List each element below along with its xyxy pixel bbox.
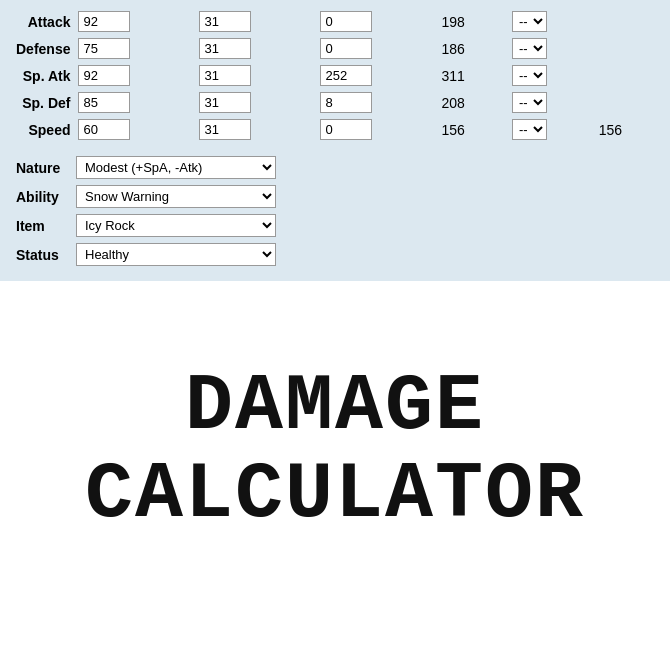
stat-iv-input[interactable] [199, 119, 251, 140]
ability-select[interactable]: Snow Warning [76, 185, 276, 208]
stat-row-spatk: Sp. Atk 311 -- [12, 62, 658, 89]
item-select[interactable]: Icy Rock [76, 214, 276, 237]
stat-row-attack: Attack 198 -- [12, 8, 658, 35]
attributes-table: Nature Modest (+SpA, -Atk) Ability Snow … [12, 153, 280, 269]
status-row: Status Healthy [12, 240, 280, 269]
stat-modifier-select[interactable]: -- [512, 119, 547, 140]
stat-total: 311 [437, 62, 508, 89]
stat-ev-input[interactable] [320, 65, 372, 86]
stats-section: Attack 198 -- Defense [0, 0, 670, 281]
stat-total: 198 [437, 8, 508, 35]
stat-label: Sp. Atk [12, 62, 74, 89]
stat-base-input[interactable] [78, 92, 130, 113]
stat-iv-input[interactable] [199, 38, 251, 59]
stat-ev-input[interactable] [320, 119, 372, 140]
status-select[interactable]: Healthy [76, 243, 276, 266]
item-row: Item Icy Rock [12, 211, 280, 240]
damage-calculator-title: DAMAGE CALCULATOR [85, 363, 585, 539]
stat-row-spdef: Sp. Def 208 -- [12, 89, 658, 116]
stat-modifier-select[interactable]: -- [512, 92, 547, 113]
stat-total: 186 [437, 35, 508, 62]
nature-select[interactable]: Modest (+SpA, -Atk) [76, 156, 276, 179]
stat-label: Defense [12, 35, 74, 62]
stat-label: Sp. Def [12, 89, 74, 116]
nature-row: Nature Modest (+SpA, -Atk) [12, 153, 280, 182]
item-label: Item [12, 211, 72, 240]
stat-base-input[interactable] [78, 119, 130, 140]
status-label: Status [12, 240, 72, 269]
stat-label: Speed [12, 116, 74, 143]
nature-label: Nature [12, 153, 72, 182]
stat-modifier-select[interactable]: -- [512, 11, 547, 32]
stat-ev-input[interactable] [320, 38, 372, 59]
stat-ev-input[interactable] [320, 92, 372, 113]
stat-iv-input[interactable] [199, 65, 251, 86]
stat-row-defense: Defense 186 -- [12, 35, 658, 62]
stat-modifier-select[interactable]: -- [512, 38, 547, 59]
title-section: DAMAGE CALCULATOR [0, 281, 670, 621]
stat-base-input[interactable] [78, 11, 130, 32]
stats-table: Attack 198 -- Defense [12, 8, 658, 143]
stat-iv-input[interactable] [199, 11, 251, 32]
stat-modifier-select[interactable]: -- [512, 65, 547, 86]
stat-label: Attack [12, 8, 74, 35]
stat-final: 156 [595, 116, 658, 143]
stat-base-input[interactable] [78, 65, 130, 86]
stat-base-input[interactable] [78, 38, 130, 59]
stat-iv-input[interactable] [199, 92, 251, 113]
stat-ev-input[interactable] [320, 11, 372, 32]
stat-total: 156 [437, 116, 508, 143]
stat-row-speed: Speed 156 -- 156 [12, 116, 658, 143]
stat-total: 208 [437, 89, 508, 116]
ability-label: Ability [12, 182, 72, 211]
ability-row: Ability Snow Warning [12, 182, 280, 211]
